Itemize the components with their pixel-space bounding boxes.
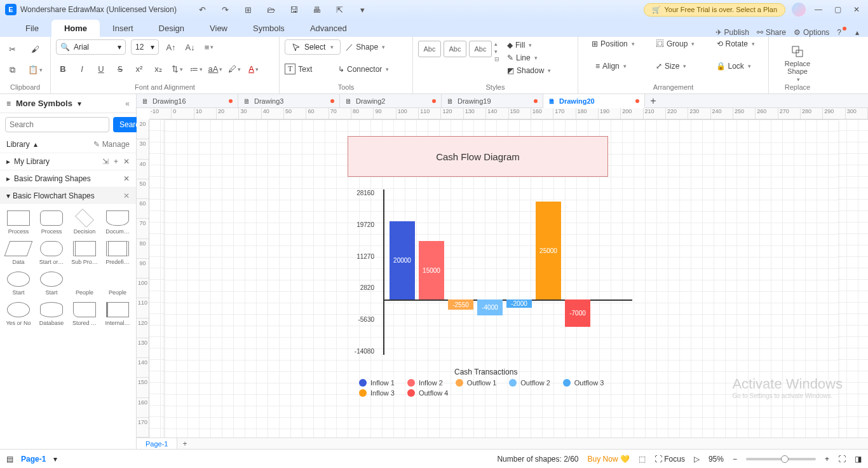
- shape-stencil[interactable]: Process: [3, 208, 34, 237]
- zoom-in-icon[interactable]: +: [825, 455, 829, 464]
- position-button[interactable]: ⊞ Position: [592, 39, 635, 48]
- replace-shape-button[interactable]: Replace Shape: [778, 41, 817, 83]
- undo-icon[interactable]: ↶: [196, 3, 210, 17]
- panel-toggle-icon[interactable]: ◨: [855, 455, 862, 464]
- case-icon[interactable]: aA: [208, 62, 222, 76]
- presentation-icon[interactable]: ▷: [694, 455, 700, 464]
- superscript-icon[interactable]: x²: [132, 62, 146, 76]
- font-size-select[interactable]: 12▾: [131, 39, 159, 55]
- style-up-icon[interactable]: ▴: [494, 41, 499, 47]
- shape-stencil[interactable]: Stored …: [69, 299, 100, 329]
- cut-icon[interactable]: ✂: [5, 42, 19, 56]
- font-family-select[interactable]: 🔍 Arial ▾: [56, 39, 126, 55]
- bar-outflow-4[interactable]: -7000: [565, 299, 590, 327]
- style-preset[interactable]: Abc: [444, 41, 466, 57]
- menu-tab-design[interactable]: Design: [146, 20, 197, 37]
- collapse-ribbon-icon[interactable]: ▴: [855, 28, 859, 37]
- style-more-icon[interactable]: ⊟: [494, 56, 499, 62]
- bar-inflow-2[interactable]: 15000: [419, 241, 444, 299]
- bar-inflow-1[interactable]: 20000: [390, 221, 415, 299]
- close-icon[interactable]: ✕: [123, 174, 130, 183]
- symbol-search-input[interactable]: [5, 117, 109, 132]
- user-avatar[interactable]: [792, 3, 806, 17]
- canvas[interactable]: Cash Flow Diagram 2816019720112702820-56…: [149, 120, 868, 437]
- increase-font-icon[interactable]: A↑: [164, 40, 178, 54]
- pin-icon[interactable]: ⇲: [102, 157, 109, 166]
- shape-stencil[interactable]: People: [102, 269, 133, 298]
- connector-tool[interactable]: ↳ Connector: [338, 65, 389, 74]
- shape-stencil[interactable]: People: [69, 269, 100, 298]
- line-spacing-icon[interactable]: ⇅: [170, 62, 184, 76]
- shape-stencil[interactable]: Start: [3, 269, 34, 298]
- bar-outflow-2[interactable]: -4000: [477, 299, 503, 315]
- shape-stencil[interactable]: Start or…: [36, 238, 67, 268]
- close-icon[interactable]: ✕: [123, 157, 130, 166]
- menu-tab-insert[interactable]: Insert: [100, 20, 146, 37]
- add-tab-icon[interactable]: +: [645, 95, 661, 107]
- shape-stencil[interactable]: Data: [3, 238, 34, 268]
- strike-icon[interactable]: S̶: [113, 62, 127, 76]
- options-button[interactable]: ⚙ Options: [794, 28, 829, 37]
- shape-tool[interactable]: ／ Shape: [346, 42, 385, 53]
- window-close[interactable]: ✕: [850, 3, 863, 16]
- shape-stencil[interactable]: Start: [36, 269, 67, 298]
- trial-banner[interactable]: 🛒 Your Free Trial is over. Select a Plan: [644, 3, 785, 17]
- rotate-button[interactable]: ⟲ Rotate: [717, 39, 755, 48]
- shape-stencil[interactable]: Process: [36, 208, 67, 237]
- page-tab-1[interactable]: Page-1: [137, 438, 177, 449]
- lock-button[interactable]: 🔒 Lock: [716, 62, 751, 71]
- help-icon[interactable]: ?: [837, 28, 848, 37]
- manage-link[interactable]: ✎ Manage: [93, 140, 130, 149]
- doc-tab[interactable]: 🗎 Drawing2: [340, 94, 442, 108]
- bar-outflow-3[interactable]: -2000: [506, 299, 532, 307]
- pages-menu-icon[interactable]: ▤: [6, 455, 13, 464]
- my-library-item[interactable]: My Library: [14, 157, 50, 166]
- open-icon[interactable]: 🗁: [264, 3, 278, 17]
- line-button[interactable]: ✎ Line: [507, 53, 551, 62]
- export-icon[interactable]: ⇱: [333, 3, 347, 17]
- publish-button[interactable]: ✈ Publish: [715, 28, 749, 37]
- basic-flowchart-item[interactable]: Basic Flowchart Shapes: [13, 191, 95, 200]
- paragraph-icon[interactable]: ≡: [202, 40, 216, 54]
- shape-stencil[interactable]: Internal…: [102, 299, 133, 329]
- add-icon[interactable]: +: [114, 157, 118, 166]
- more-symbols-label[interactable]: More Symbols: [16, 99, 72, 108]
- size-button[interactable]: ⤢ Size: [656, 62, 686, 71]
- text-tool[interactable]: T Text: [285, 64, 333, 74]
- shape-stencil[interactable]: Yes or No: [3, 299, 34, 329]
- style-preset[interactable]: Abc: [418, 41, 441, 57]
- fill-button[interactable]: ◆ Fill: [507, 41, 551, 50]
- doc-tab[interactable]: 🗎 Drawing3: [238, 94, 340, 108]
- menu-tab-view[interactable]: View: [197, 20, 240, 37]
- shadow-button[interactable]: ◩ Shadow: [507, 66, 551, 75]
- new-icon[interactable]: ⊞: [241, 3, 255, 17]
- paste-icon[interactable]: 📋: [28, 63, 42, 77]
- focus-button[interactable]: ⛶ Focus: [654, 455, 685, 464]
- shape-stencil[interactable]: Sub Pro…: [69, 238, 100, 268]
- menu-tab-file[interactable]: File: [13, 20, 51, 37]
- subscript-icon[interactable]: x₂: [151, 62, 165, 76]
- bold-icon[interactable]: B: [56, 62, 70, 76]
- style-down-icon[interactable]: ▾: [494, 48, 499, 55]
- decrease-font-icon[interactable]: A↓: [183, 40, 197, 54]
- page-indicator[interactable]: Page-1: [21, 455, 46, 464]
- print-icon[interactable]: 🖶: [310, 3, 324, 17]
- layers-icon[interactable]: ⬚: [639, 455, 646, 464]
- menu-tab-advanced[interactable]: Advanced: [297, 20, 360, 37]
- zoom-level[interactable]: 95%: [709, 455, 724, 464]
- zoom-slider[interactable]: [746, 458, 816, 460]
- library-label[interactable]: Library: [6, 140, 30, 149]
- buy-now-link[interactable]: Buy Now 💛: [588, 455, 630, 464]
- style-preset[interactable]: Abc: [469, 41, 492, 57]
- fit-page-icon[interactable]: ⛶: [838, 455, 846, 464]
- add-page-icon[interactable]: +: [177, 439, 192, 448]
- doc-tab[interactable]: 🗎 Drawing19: [442, 94, 543, 108]
- save-icon[interactable]: 🖫: [287, 3, 301, 17]
- shape-stencil[interactable]: Docum…: [102, 208, 133, 237]
- chart[interactable]: 2816019720112702820-5630-14080 200001500…: [346, 189, 632, 368]
- shape-stencil[interactable]: Predefi…: [102, 238, 133, 268]
- bar-inflow-3[interactable]: 25000: [536, 202, 561, 299]
- group-button[interactable]: ⿴ Group: [656, 39, 695, 48]
- highlight-icon[interactable]: 🖊: [227, 62, 241, 76]
- qat-more-icon[interactable]: ▾: [356, 3, 370, 17]
